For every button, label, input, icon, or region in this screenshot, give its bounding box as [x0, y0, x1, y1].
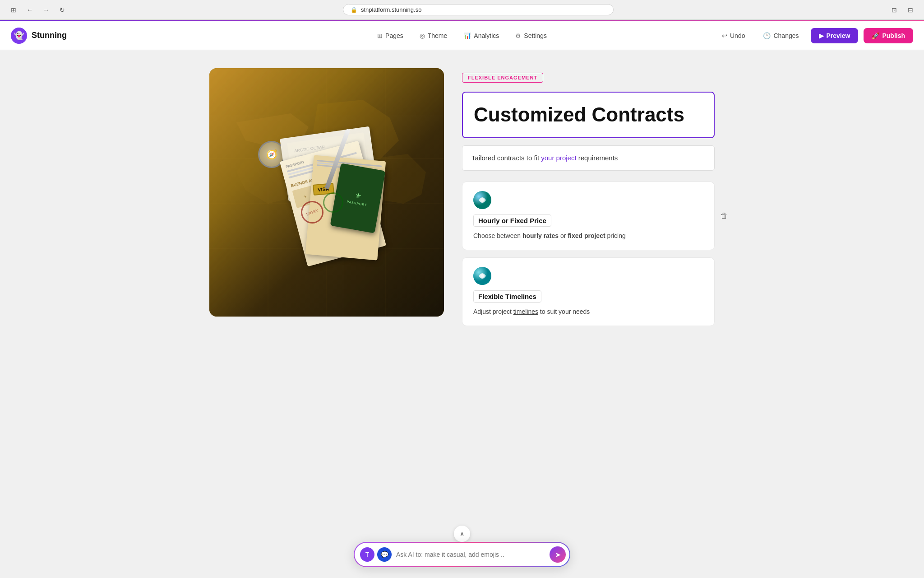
undo-label: Undo — [730, 32, 745, 39]
feature-2-icon — [473, 267, 491, 285]
split-view-button[interactable]: ⊟ — [904, 4, 917, 16]
reload-button[interactable]: ↻ — [56, 4, 69, 16]
right-section: FLEXIBLE ENGAGEMENT Customized Contracts… — [462, 68, 715, 333]
analytics-label: Analytics — [474, 32, 499, 39]
ai-bar: T 💬 ➤ — [354, 542, 570, 567]
ai-text-icon: T — [365, 551, 370, 558]
pages-icon: ⊞ — [377, 32, 383, 39]
feature-1-desc-text-2: or — [559, 232, 568, 239]
description-text-2: requirements — [577, 154, 618, 162]
logo-text: Stunning — [32, 31, 67, 40]
app-header: 👻 Stunning ⊞ Pages ◎ Theme 📊 Analytics ⚙… — [0, 21, 924, 50]
chevron-up-icon: ∧ — [460, 530, 464, 537]
scroll-indicator[interactable]: ∧ — [454, 526, 470, 542]
theme-icon: ◎ — [420, 32, 425, 39]
changes-label: Changes — [773, 32, 799, 39]
forward-button[interactable]: → — [40, 4, 52, 16]
undo-icon: ↩ — [722, 32, 727, 39]
description-box[interactable]: Tailored contracts to fit your project r… — [462, 145, 715, 171]
preview-label: Preview — [827, 32, 850, 39]
feature-1-description: Choose between hourly rates or fixed pro… — [473, 231, 703, 241]
tab-grid-button[interactable]: ⊞ — [7, 4, 20, 16]
description-text-1: Tailored contracts to fit — [471, 154, 541, 162]
publish-icon: 🚀 — [872, 32, 879, 39]
travel-items: 🧭 ARCTIC OCEAN map details here — [241, 107, 412, 278]
changes-button[interactable]: 🕐 Changes — [757, 28, 805, 43]
delete-icon[interactable]: 🗑 — [718, 210, 730, 222]
preview-button[interactable]: ▶ Preview — [811, 28, 859, 43]
nav-settings[interactable]: ⚙ Settings — [509, 28, 553, 43]
feature-2-desc-text-1: Adjust project — [473, 308, 513, 315]
feature-1-fixed-project: fixed project — [568, 232, 605, 239]
reader-view-button[interactable]: ⊡ — [888, 4, 901, 16]
logo[interactable]: 👻 Stunning — [11, 28, 67, 44]
ai-send-icon: ➤ — [555, 550, 561, 559]
svg-point-13 — [480, 198, 484, 202]
page-content: 🧭 ARCTIC OCEAN map details here — [0, 50, 924, 578]
feature-2-desc-text-2: to suit your needs — [538, 308, 590, 315]
ai-input[interactable] — [396, 551, 545, 558]
analytics-icon: 📊 — [463, 32, 471, 39]
back-button[interactable]: ← — [23, 4, 36, 16]
settings-label: Settings — [524, 32, 547, 39]
flexible-engagement-badge: FLEXIBLE ENGAGEMENT — [462, 73, 543, 83]
pages-label: Pages — [385, 32, 403, 39]
undo-button[interactable]: ↩ Undo — [716, 28, 751, 43]
nav-pages[interactable]: ⊞ Pages — [371, 28, 410, 43]
main-nav: ⊞ Pages ◎ Theme 📊 Analytics ⚙ Settings — [371, 28, 553, 43]
feature-1-hourly-rates: hourly rates — [522, 232, 559, 239]
ai-chat-icon-button[interactable]: 💬 — [377, 547, 392, 562]
feature-1-icon — [473, 191, 491, 209]
browser-right: ⊡ ⊟ — [888, 4, 917, 16]
main-heading-box[interactable]: Customized Contracts — [462, 92, 715, 138]
url-text: stnplatform.stunning.so — [361, 6, 421, 13]
publish-label: Publish — [882, 32, 905, 39]
browser-controls: ⊞ ← → ↻ — [7, 4, 69, 16]
feature-2-title[interactable]: Flexible Timelines — [473, 290, 541, 303]
ai-bar-container: T 💬 ➤ — [354, 542, 570, 567]
nav-theme[interactable]: ◎ Theme — [413, 28, 454, 43]
browser-chrome: ⊞ ← → ↻ 🔒 stnplatform.stunning.so ⊡ ⊟ — [0, 0, 924, 20]
image-section: 🧭 ARCTIC OCEAN map details here — [209, 68, 444, 317]
address-bar[interactable]: 🔒 stnplatform.stunning.so — [343, 4, 614, 15]
main-heading: Customized Contracts — [474, 103, 703, 126]
lock-icon: 🔒 — [351, 7, 357, 13]
ai-send-button[interactable]: ➤ — [550, 546, 566, 563]
description-highlight: your project — [541, 154, 576, 162]
settings-icon: ⚙ — [515, 32, 521, 39]
changes-icon: 🕐 — [763, 32, 771, 39]
publish-button[interactable]: 🚀 Publish — [864, 28, 913, 43]
ai-bar-icons: T 💬 — [360, 547, 392, 562]
feature-2-timelines: timelines — [513, 308, 538, 315]
ai-text-icon-button[interactable]: T — [360, 547, 374, 562]
nav-analytics[interactable]: 📊 Analytics — [457, 28, 505, 43]
map-background: 🧭 ARCTIC OCEAN map details here — [209, 68, 444, 317]
feature-1-desc-text-1: Choose between — [473, 232, 522, 239]
feature-1-desc-text-3: pricing — [605, 232, 626, 239]
header-right: ↩ Undo 🕐 Changes ▶ Preview 🚀 Publish — [716, 28, 913, 43]
map-image: 🧭 ARCTIC OCEAN map details here — [209, 68, 444, 317]
feature-card-2: Flexible Timelines Adjust project timeli… — [462, 257, 715, 326]
preview-icon: ▶ — [819, 32, 824, 39]
ai-chat-icon: 💬 — [381, 551, 388, 558]
feature-2-description: Adjust project timelines to suit your ne… — [473, 307, 703, 317]
content-wrapper: 🧭 ARCTIC OCEAN map details here — [191, 68, 733, 333]
feature-card-1: Hourly or Fixed Price Choose between hou… — [462, 182, 715, 250]
feature-1-title[interactable]: Hourly or Fixed Price — [473, 214, 551, 227]
logo-icon: 👻 — [11, 28, 27, 44]
theme-label: Theme — [428, 32, 448, 39]
svg-point-15 — [480, 274, 484, 278]
